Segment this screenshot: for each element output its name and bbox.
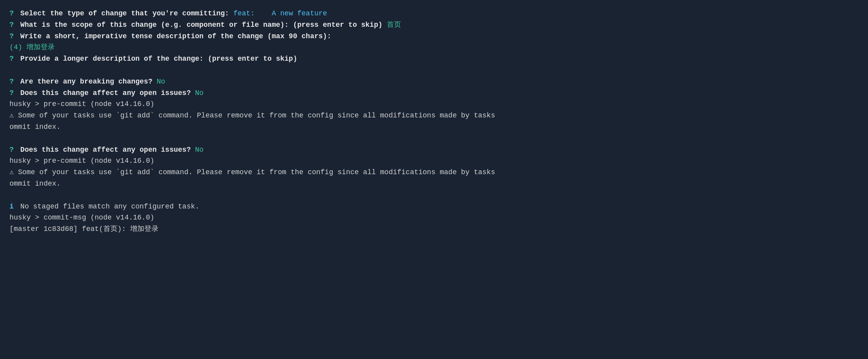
line-part: Are there any breaking changes? <box>21 76 157 87</box>
terminal-line: ⚠ Some of your tasks use `git add` comma… <box>9 110 859 121</box>
empty-line <box>9 190 859 201</box>
terminal-line: ? Write a short, imperative tense descri… <box>9 31 859 42</box>
terminal-line: ? Select the type of change that you're … <box>9 8 859 19</box>
terminal-line: ? Does this change affect any open issue… <box>9 144 859 156</box>
line-part: ? <box>9 19 18 31</box>
line-part: (4) 增加登录 <box>9 42 55 53</box>
terminal-line: (4) 增加登录 <box>9 42 859 53</box>
line-part: No <box>157 76 165 87</box>
terminal-line: ? Provide a longer description of the ch… <box>9 53 859 65</box>
line-part: Write a short, imperative tense descript… <box>21 31 332 42</box>
line-part: ? <box>9 87 18 99</box>
line-part: Does this change affect any open issues? <box>21 144 195 156</box>
line-part: No <box>195 144 203 156</box>
terminal: ? Select the type of change that you're … <box>9 8 859 235</box>
line-part: ? <box>9 8 18 19</box>
terminal-line: ? Does this change affect any open issue… <box>9 87 859 99</box>
terminal-line: ommit index. <box>9 121 859 133</box>
line-part: What is the scope of this change (e.g. c… <box>21 19 387 31</box>
line-part: No staged files match any configured tas… <box>21 201 200 212</box>
line-part: ⚠ Some of your tasks use `git add` comma… <box>9 167 495 178</box>
line-part: ommit index. <box>9 121 61 133</box>
line-part: husky > pre-commit (node v14.16.0) <box>9 155 154 167</box>
line-part: husky > pre-commit (node v14.16.0) <box>9 99 154 110</box>
empty-line <box>9 133 859 144</box>
terminal-line: ? What is the scope of this change (e.g.… <box>9 19 859 31</box>
line-part: Does this change affect any open issues? <box>21 87 195 99</box>
line-part: 首页 <box>387 19 401 31</box>
terminal-line: husky > commit-msg (node v14.16.0) <box>9 212 859 223</box>
line-part: ? <box>9 76 18 87</box>
terminal-line: i No staged files match any configured t… <box>9 201 859 212</box>
terminal-line: ommit index. <box>9 178 859 190</box>
line-part: Provide a longer description of the chan… <box>21 53 297 65</box>
terminal-line: ? Are there any breaking changes? No <box>9 76 859 87</box>
line-part: ⚠ Some of your tasks use `git add` comma… <box>9 110 495 121</box>
line-part: ? <box>9 31 18 42</box>
line-part: No <box>195 87 203 99</box>
terminal-line: ⚠ Some of your tasks use `git add` comma… <box>9 167 859 178</box>
line-part: feat: A new feature <box>233 8 327 19</box>
line-part: Select the type of change that you're co… <box>21 8 233 19</box>
terminal-line: husky > pre-commit (node v14.16.0) <box>9 155 859 167</box>
line-part: ommit index. <box>9 178 61 190</box>
line-part: ? <box>9 144 18 156</box>
line-part: i <box>9 201 18 212</box>
line-part: husky > commit-msg (node v14.16.0) <box>9 212 154 223</box>
terminal-line: husky > pre-commit (node v14.16.0) <box>9 99 859 110</box>
terminal-line: [master 1c83d68] feat(首页): 增加登录 <box>9 223 859 235</box>
line-part: ? <box>9 53 18 65</box>
empty-line <box>9 65 859 76</box>
line-part: [master 1c83d68] feat(首页): 增加登录 <box>9 223 159 235</box>
